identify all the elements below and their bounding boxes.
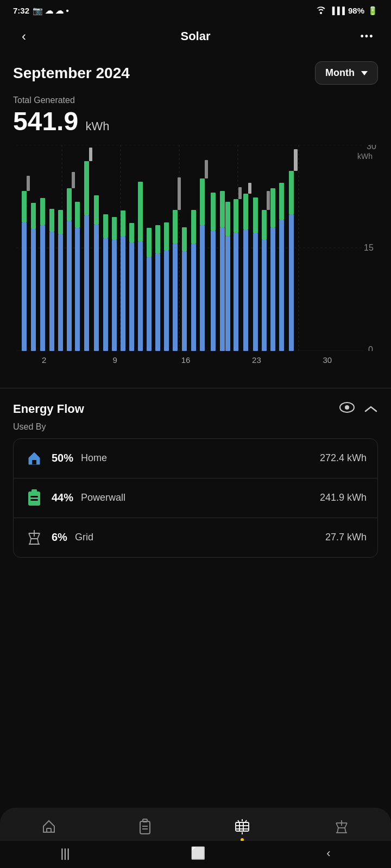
powerwall-name: Powerwall: [81, 492, 125, 503]
nav-item-powerwall[interactable]: [128, 816, 162, 841]
svg-rect-52: [200, 225, 205, 351]
x-label-1: 2: [9, 355, 79, 365]
svg-rect-53: [200, 178, 205, 225]
svg-rect-75: [279, 183, 284, 220]
svg-rect-14: [40, 198, 45, 225]
svg-rect-38: [138, 182, 143, 241]
svg-text:kWh: kWh: [357, 152, 373, 161]
powerwall-pct: 44%: [52, 492, 73, 504]
svg-rect-54: [205, 160, 208, 178]
powerwall-value: 241.9 kWh: [320, 492, 367, 503]
svg-rect-47: [178, 177, 181, 210]
section-divider: [0, 388, 391, 388]
svg-rect-24: [84, 215, 89, 351]
svg-line-109: [245, 820, 247, 822]
svg-rect-46: [173, 210, 178, 244]
x-label-3: 16: [150, 355, 221, 365]
svg-rect-36: [129, 223, 134, 242]
nav-recents-button[interactable]: |||: [49, 842, 80, 865]
svg-rect-31: [112, 240, 117, 351]
svg-rect-43: [164, 251, 169, 351]
period-selector[interactable]: Month: [315, 61, 378, 85]
svg-rect-37: [138, 241, 143, 351]
svg-rect-49: [182, 227, 187, 251]
energy-card: 50% Home 272.4 kWh 44% Powerwall 24: [13, 438, 378, 558]
nav-item-grid[interactable]: [323, 817, 361, 840]
svg-rect-23: [75, 202, 80, 228]
svg-line-114: [336, 823, 338, 828]
energy-flow-section: Energy Flow Used By: [0, 393, 391, 566]
period-section: September 2024 Month: [0, 56, 391, 93]
battery-level: 98%: [348, 6, 364, 15]
nav-back-button[interactable]: ‹: [316, 842, 341, 865]
x-label-4: 23: [221, 355, 292, 365]
total-label: Total Generated: [13, 95, 378, 105]
svg-rect-66: [248, 183, 251, 194]
grid-name: Grid: [75, 532, 93, 543]
svg-rect-34: [121, 210, 125, 237]
svg-rect-10: [27, 176, 30, 191]
svg-rect-22: [75, 228, 80, 351]
svg-rect-68: [253, 197, 258, 233]
svg-rect-18: [58, 210, 63, 234]
collapse-icon[interactable]: [364, 401, 378, 417]
svg-line-92: [29, 533, 31, 539]
bar-chart: 30 15 0 kWh: [9, 145, 382, 351]
visibility-icon[interactable]: [339, 401, 355, 417]
svg-rect-32: [112, 217, 117, 240]
svg-rect-11: [31, 229, 36, 351]
energy-item-grid: 6% Grid 27.7 kWh: [14, 518, 377, 557]
svg-rect-19: [67, 221, 72, 351]
svg-rect-26: [89, 148, 92, 161]
svg-rect-89: [30, 499, 38, 501]
nav-item-solar[interactable]: [223, 817, 262, 840]
svg-line-96: [37, 539, 39, 544]
period-selector-label: Month: [325, 67, 355, 79]
home-pct: 50%: [52, 452, 73, 464]
nav-home-button[interactable]: ⬜: [180, 842, 216, 865]
svg-rect-44: [164, 222, 169, 251]
svg-rect-21: [72, 172, 75, 188]
grid-value: 27.7 kWh: [325, 532, 367, 543]
svg-rect-33: [121, 237, 125, 351]
svg-line-110: [238, 820, 239, 822]
status-right: ▐▐▐ 98% 🔋: [316, 5, 378, 16]
svg-rect-62: [234, 199, 238, 233]
svg-rect-16: [49, 209, 54, 232]
svg-line-117: [337, 828, 338, 833]
svg-rect-39: [147, 257, 152, 351]
period-title: September 2024: [13, 65, 130, 82]
svg-rect-55: [211, 231, 216, 351]
nav-powerwall-icon: [139, 819, 151, 839]
battery-icon: 🔋: [368, 6, 378, 16]
svg-rect-70: [262, 210, 267, 240]
energy-item-powerwall: 44% Powerwall 241.9 kWh: [14, 478, 377, 518]
svg-rect-100: [143, 819, 147, 822]
svg-rect-72: [270, 227, 275, 351]
more-button[interactable]: •••: [356, 25, 378, 47]
svg-line-115: [345, 823, 347, 828]
svg-rect-8: [22, 222, 27, 351]
powerwall-icon: [24, 488, 44, 508]
nav-item-home[interactable]: [30, 817, 67, 840]
svg-rect-30: [103, 214, 108, 238]
status-left: 7:32 📷 ☁ ☁ •: [13, 6, 69, 16]
svg-rect-28: [94, 195, 99, 225]
used-by-label: Used By: [13, 422, 378, 432]
svg-rect-63: [238, 187, 242, 199]
svg-rect-61: [234, 233, 238, 351]
status-icons: 📷 ☁ ☁ •: [33, 6, 69, 16]
back-button[interactable]: ‹: [13, 25, 35, 47]
energy-flow-actions: [339, 401, 378, 417]
svg-rect-69: [262, 240, 267, 351]
svg-rect-98: [47, 828, 51, 832]
svg-rect-13: [40, 225, 45, 351]
svg-rect-103: [236, 822, 249, 831]
home-value: 272.4 kWh: [320, 452, 367, 464]
total-number: 541.9: [13, 107, 78, 136]
svg-rect-45: [173, 244, 178, 351]
chart-inner: 30 15 0 kWh: [9, 145, 382, 351]
svg-rect-15: [49, 232, 54, 351]
svg-rect-41: [155, 253, 160, 351]
home-icon: [24, 449, 44, 468]
